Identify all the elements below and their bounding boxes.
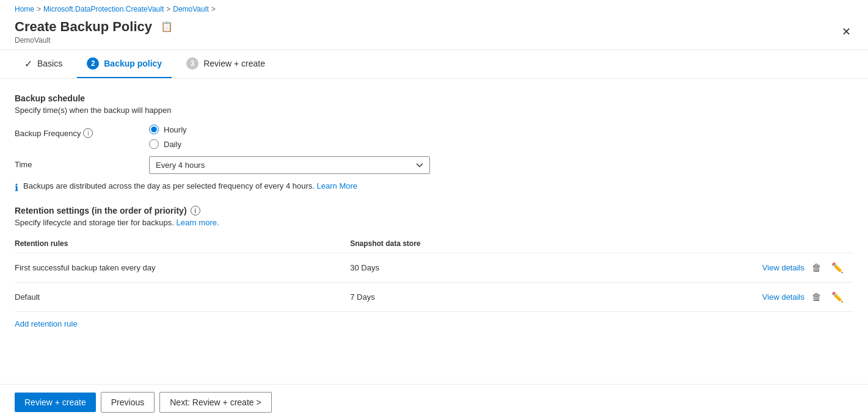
breadcrumb-sep1: >	[37, 5, 41, 13]
tab-basics[interactable]: ✓ Basics	[15, 51, 72, 78]
previous-button[interactable]: Previous	[101, 392, 155, 413]
row1-rule: First successful backup taken every day	[15, 253, 350, 283]
col-header-actions	[602, 234, 853, 253]
retention-section: Retention settings (in the order of prio…	[15, 206, 853, 328]
time-label: Time	[15, 156, 149, 169]
main-content: Backup schedule Specify time(s) when the…	[0, 79, 868, 384]
row2-delete-button[interactable]: 🗑	[809, 289, 824, 305]
row2-rule: Default	[15, 283, 350, 312]
tab-review-create-label: Review + create	[203, 59, 265, 68]
breadcrumb-create-vault[interactable]: Microsoft.DataProtection.CreateVault	[43, 5, 164, 13]
learn-more-link-schedule[interactable]: Learn More	[317, 181, 357, 190]
info-banner: ℹ Backups are distributed across the day…	[15, 181, 853, 194]
backup-schedule-title: Backup schedule	[15, 93, 853, 103]
backup-frequency-label: Backup Frequency i	[15, 125, 149, 138]
radio-daily-label: Daily	[164, 140, 181, 149]
tab-backup-policy-number: 2	[87, 57, 99, 70]
tab-review-create-number: 3	[186, 57, 199, 70]
tab-bar: ✓ Basics 2 Backup policy 3 Review + crea…	[0, 50, 868, 79]
time-select[interactable]: Every 1 hour Every 2 hours Every 4 hours…	[149, 156, 430, 174]
row1-snapshot: 30 Days	[350, 253, 602, 283]
radio-hourly-label: Hourly	[164, 125, 187, 134]
radio-hourly[interactable]: Hourly	[149, 125, 187, 134]
row1-actions: View details 🗑 ✏️	[602, 253, 853, 283]
tab-review-create[interactable]: 3 Review + create	[177, 50, 275, 78]
row1-delete-button[interactable]: 🗑	[809, 260, 824, 276]
retention-subtitle: Specify lifecycle and storage tier for b…	[15, 218, 853, 227]
radio-daily[interactable]: Daily	[149, 139, 187, 149]
next-review-create-button[interactable]: Next: Review + create >	[159, 392, 271, 413]
radio-daily-input[interactable]	[149, 139, 159, 149]
time-row: Time Every 1 hour Every 2 hours Every 4 …	[15, 156, 853, 174]
row2-actions: View details 🗑 ✏️	[602, 283, 853, 312]
add-retention-rule-link[interactable]: Add retention rule	[15, 319, 78, 328]
table-header: Retention rules Snapshot data store	[15, 234, 853, 253]
radio-hourly-input[interactable]	[149, 125, 159, 134]
breadcrumb-home[interactable]: Home	[15, 5, 34, 13]
table-row: First successful backup taken every day …	[15, 253, 853, 283]
tab-backup-policy[interactable]: 2 Backup policy	[77, 50, 172, 78]
breadcrumb: Home > Microsoft.DataProtection.CreateVa…	[0, 0, 868, 16]
retention-title: Retention settings (in the order of prio…	[15, 206, 853, 215]
tab-basics-label: Basics	[37, 59, 62, 68]
frequency-info-icon[interactable]: i	[83, 128, 93, 138]
page-title: Create Backup Policy 📋	[15, 18, 175, 35]
col-header-snapshot: Snapshot data store	[350, 234, 602, 253]
retention-table: Retention rules Snapshot data store Firs…	[15, 234, 853, 312]
row2-actions-cell: View details 🗑 ✏️	[602, 289, 846, 305]
backup-frequency-row: Backup Frequency i Hourly Daily	[15, 125, 853, 149]
info-banner-text: Backups are distributed across the day a…	[23, 181, 357, 190]
retention-info-icon[interactable]: i	[191, 206, 200, 215]
info-circle-icon: ℹ	[15, 182, 18, 194]
breadcrumb-sep2: >	[166, 5, 170, 13]
col-header-rules: Retention rules	[15, 234, 350, 253]
copy-icon-button[interactable]: 📋	[158, 18, 175, 35]
table-row: Default 7 Days View details 🗑 ✏️	[15, 283, 853, 312]
row2-snapshot: 7 Days	[350, 283, 602, 312]
frequency-radio-group: Hourly Daily	[149, 125, 187, 149]
review-create-button[interactable]: Review + create	[15, 393, 96, 412]
row1-edit-button[interactable]: ✏️	[829, 259, 846, 276]
row2-edit-button[interactable]: ✏️	[829, 289, 846, 305]
breadcrumb-sep3: >	[211, 5, 216, 13]
row2-view-details-link[interactable]: View details	[762, 292, 804, 302]
row1-view-details-link[interactable]: View details	[762, 263, 804, 272]
table-body: First successful backup taken every day …	[15, 253, 853, 312]
footer: Review + create Previous Next: Review + …	[0, 384, 868, 420]
row1-actions-cell: View details 🗑 ✏️	[602, 259, 846, 276]
header: Create Backup Policy 📋 DemoVault ✕	[0, 16, 868, 49]
backup-schedule-subtitle: Specify time(s) when the backup will hap…	[15, 106, 853, 115]
learn-more-link-retention[interactable]: Learn more.	[176, 218, 219, 227]
close-button[interactable]: ✕	[839, 23, 853, 41]
header-subtitle: DemoVault	[15, 36, 175, 45]
check-icon: ✓	[24, 58, 32, 70]
breadcrumb-demo-vault[interactable]: DemoVault	[173, 5, 208, 13]
tab-backup-policy-label: Backup policy	[104, 59, 162, 68]
